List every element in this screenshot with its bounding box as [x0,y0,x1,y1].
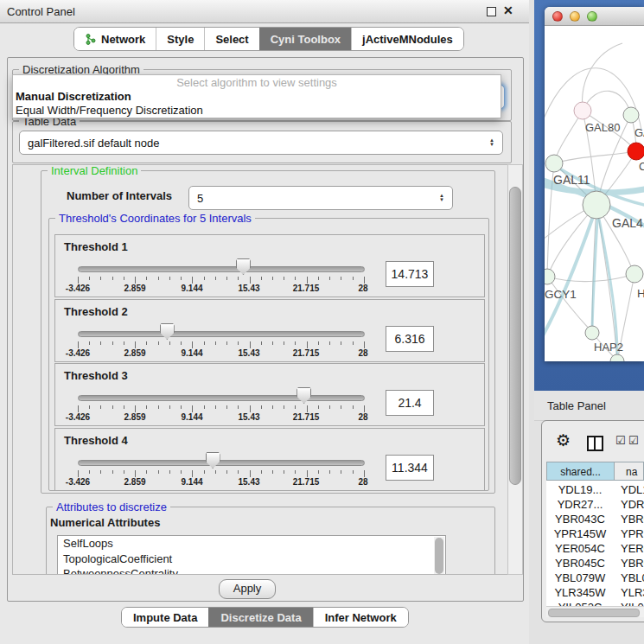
spinner-arrows-icon: ▲▼ [484,138,494,147]
threshold-2-label: Threshold 2 [64,305,128,318]
spinner-arrows-icon: ▲▼ [434,194,444,202]
close-icon[interactable]: ✕ [503,3,513,17]
settings-vertical-scrollbar[interactable] [507,164,523,575]
cell: YBR0 [621,556,644,571]
table-row[interactable]: YLR345WYLR3 [546,585,644,600]
interval-definition-group: Interval Definition Number of Intervals … [41,170,495,494]
table-row[interactable]: YDR27...YDR2 [546,497,644,512]
tick-label: 28 [358,348,367,358]
tick-label: 28 [358,284,367,293]
checkbox-icon[interactable]: ☑ [615,434,626,447]
tab-jactivemnodules[interactable]: jActiveMNodules [351,28,463,50]
table-horizontal-scrollbar[interactable] [546,606,644,617]
network-nodes [545,102,644,361]
slider-ticks [78,341,365,348]
tab-impute-data-label: Impute Data [133,611,197,624]
cell: YBR043C [546,512,614,526]
threshold-1-slider-handle[interactable] [236,258,251,275]
tick-label: 15.43 [238,412,259,422]
tab-cyni-toolbox[interactable]: Cyni Toolbox [259,28,351,50]
gear-icon[interactable]: ⚙ [556,430,571,450]
tab-impute-data[interactable]: Impute Data [122,608,208,627]
node-h[interactable] [626,265,643,283]
threshold-3-label: Threshold 3 [64,369,128,382]
attributes-group: Attributes to discretize Numerical Attri… [46,507,495,575]
tab-network[interactable]: Network [74,28,156,50]
threshold-1-value-field[interactable]: 14.713 [386,261,434,287]
slider-ticks [78,405,365,412]
tab-infer-network[interactable]: Infer Network [313,608,408,627]
tab-style[interactable]: Style [156,28,204,50]
cell: YDL1 [621,482,644,497]
control-panel-titlebar: Control Panel [0,0,529,23]
dropdown-option-equal-width[interactable]: Equal Width/Frequency Discretization [13,104,501,118]
network-canvas[interactable]: GAL80 GA C GAL11 GAL4 GCY1 H HAP2 [545,26,644,361]
threshold-2-slider-handle[interactable] [160,323,175,340]
tick-label: 21.715 [293,348,320,358]
tab-discretize-data[interactable]: Discretize Data [208,608,312,627]
apply-button[interactable]: Apply [219,579,276,599]
tick-label: 2.859 [124,348,145,358]
num-intervals-label: Number of Intervals [67,189,172,202]
tick-label: 9.144 [181,284,202,293]
threshold-4-slider-handle[interactable] [206,452,220,469]
node-pink[interactable] [574,102,591,119]
threshold-2-value-field[interactable]: 6.316 [386,326,434,352]
column-header-name[interactable]: na [614,462,644,481]
checkbox-icon[interactable]: ☑ [628,434,639,447]
node-gal4[interactable] [583,191,610,219]
dropdown-option-manual[interactable]: Manual Discretization [13,90,501,104]
tab-cyni-toolbox-label: Cyni Toolbox [271,33,341,46]
float-window-icon[interactable] [487,7,496,16]
minimize-traffic-light-icon[interactable] [570,11,580,22]
node-label-gcy1: GCY1 [545,288,577,301]
column-header-shared-name[interactable]: shared... [546,462,615,481]
node-gal11[interactable] [545,155,563,172]
cell: YBR045C [546,556,614,571]
table-row[interactable]: YBR045CYBR0 [546,556,644,571]
list-item[interactable]: BetweennessCentrality [58,566,445,575]
threshold-1-label: Threshold 1 [64,240,128,253]
zoom-traffic-light-icon[interactable] [587,11,597,22]
threshold-3-slider-track[interactable] [78,395,365,401]
list-scrollbar[interactable] [434,537,444,575]
table-row[interactable]: YPR145WYPR1 [546,526,644,541]
tick-label: 9.144 [181,348,202,358]
table-panel-title: Table Panel [534,399,606,412]
cell: YBR0 [621,512,644,526]
table-row[interactable]: YDL19...YDL1 [546,482,644,497]
slider-ticks [78,277,365,284]
table-row[interactable]: YER054CYER0 [546,541,644,556]
node-green[interactable] [623,107,639,123]
table-row[interactable]: YBL079WYBL0 [546,571,644,585]
threshold-2-slider-track[interactable] [78,331,365,337]
node-hap2[interactable] [585,326,599,340]
tick-label: 2.859 [124,284,145,293]
node-gcy1[interactable] [545,269,555,284]
scrollbar-thumb[interactable] [509,187,521,485]
threshold-4-slider-track[interactable] [78,460,365,466]
list-item[interactable]: TopologicalCoefficient [58,552,445,567]
threshold-3-value-field[interactable]: 21.4 [386,390,434,416]
node-red-selected[interactable] [628,143,644,160]
tab-discretize-data-label: Discretize Data [220,611,301,624]
threshold-3-slider-handle[interactable] [296,387,311,404]
list-item[interactable]: SelfLoops [58,536,445,552]
top-tabbar: Network Style Select Cyni Toolbox jActiv… [73,27,464,51]
table-data-select[interactable]: galFiltered.sif default node ▲▼ [19,131,503,155]
tab-select[interactable]: Select [204,28,258,50]
scrollbar-thumb[interactable] [548,609,640,617]
tick-label: 9.144 [181,477,202,487]
threshold-4-value-field[interactable]: 11.344 [386,455,434,481]
tick-label: -3.426 [66,412,90,422]
num-intervals-select[interactable]: 5 ▲▼ [188,186,453,210]
algorithm-dropdown-popup: Select algorithm to view settings Manual… [12,74,501,118]
node-label-gal80: GAL80 [585,121,620,134]
threshold-1-slider-track[interactable] [78,266,365,272]
tick-label: 15.43 [238,477,259,487]
split-columns-icon[interactable] [587,436,603,451]
num-intervals-value: 5 [197,192,203,205]
screen: Control Panel ✕ Network Style Select Cyn… [0,0,644,644]
table-row[interactable]: YBR043CYBR0 [546,512,644,526]
close-traffic-light-icon[interactable] [552,11,563,22]
